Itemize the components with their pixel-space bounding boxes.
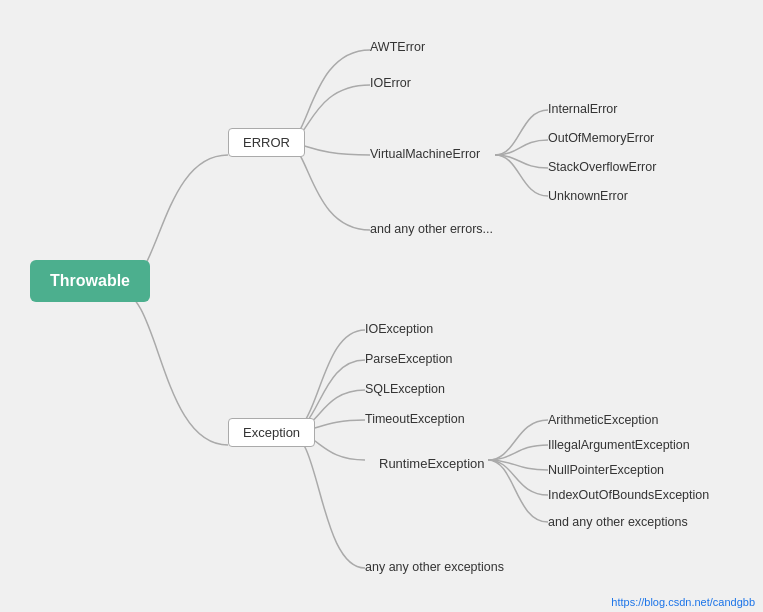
illegal-arg-label: IllegalArgumentException bbox=[548, 438, 690, 452]
io-error-node: IOError bbox=[370, 76, 411, 90]
other-errors-label: and any other errors... bbox=[370, 222, 493, 236]
vme-node: VirtualMachineError bbox=[370, 147, 480, 161]
watermark: https://blog.csdn.net/candgbb bbox=[611, 596, 755, 608]
soe-node: StackOverflowError bbox=[548, 160, 656, 174]
exception-node: Exception bbox=[228, 418, 315, 447]
arithmetic-label: ArithmeticException bbox=[548, 413, 658, 427]
internal-error-node: InternalError bbox=[548, 102, 617, 116]
diagram: Throwable ERROR Exception AWTError IOErr… bbox=[0, 0, 763, 612]
unknown-error-label: UnknownError bbox=[548, 189, 628, 203]
timeout-exception-label: TimeoutException bbox=[365, 412, 465, 426]
other-exceptions-node: any any other exceptions bbox=[365, 560, 504, 574]
error-node: ERROR bbox=[228, 128, 305, 157]
ioexception-label: IOException bbox=[365, 322, 433, 336]
runtime-exception-label: RuntimeException bbox=[365, 450, 499, 477]
runtime-exception-node: RuntimeException bbox=[365, 450, 499, 477]
oom-node: OutOfMemoryError bbox=[548, 131, 654, 145]
sql-exception-node: SQLException bbox=[365, 382, 445, 396]
timeout-exception-node: TimeoutException bbox=[365, 412, 465, 426]
throwable-label: Throwable bbox=[30, 260, 150, 302]
ioexception-node: IOException bbox=[365, 322, 433, 336]
error-label: ERROR bbox=[228, 128, 305, 157]
index-oob-label: IndexOutOfBoundsException bbox=[548, 488, 709, 502]
other-exceptions-rt-label: and any other exceptions bbox=[548, 515, 688, 529]
unknown-error-node: UnknownError bbox=[548, 189, 628, 203]
sql-exception-label: SQLException bbox=[365, 382, 445, 396]
illegal-arg-node: IllegalArgumentException bbox=[548, 438, 690, 452]
other-exceptions-label: any any other exceptions bbox=[365, 560, 504, 574]
internal-error-label: InternalError bbox=[548, 102, 617, 116]
awt-error-label: AWTError bbox=[370, 40, 425, 54]
awt-error-node: AWTError bbox=[370, 40, 425, 54]
other-exceptions-rt-node: and any other exceptions bbox=[548, 515, 688, 529]
oom-label: OutOfMemoryError bbox=[548, 131, 654, 145]
npe-label: NullPointerException bbox=[548, 463, 664, 477]
exception-label: Exception bbox=[228, 418, 315, 447]
throwable-node: Throwable bbox=[30, 260, 150, 302]
io-error-label: IOError bbox=[370, 76, 411, 90]
npe-node: NullPointerException bbox=[548, 463, 664, 477]
arithmetic-node: ArithmeticException bbox=[548, 413, 658, 427]
soe-label: StackOverflowError bbox=[548, 160, 656, 174]
parse-exception-label: ParseException bbox=[365, 352, 453, 366]
index-oob-node: IndexOutOfBoundsException bbox=[548, 488, 709, 502]
parse-exception-node: ParseException bbox=[365, 352, 453, 366]
vme-label: VirtualMachineError bbox=[370, 147, 480, 161]
other-errors-node: and any other errors... bbox=[370, 222, 493, 236]
